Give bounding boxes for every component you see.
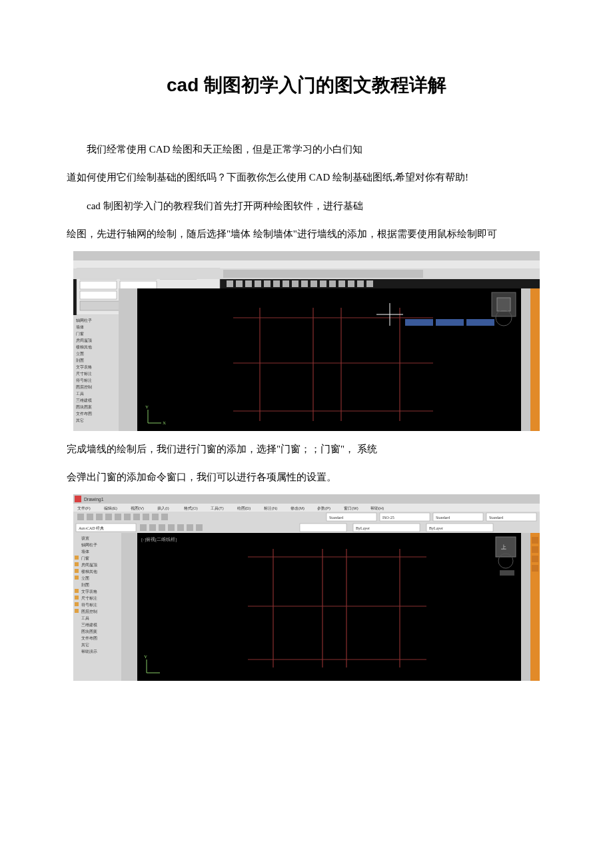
svg-text:符号标注: 符号标注 — [81, 602, 97, 607]
svg-rect-96 — [143, 514, 149, 520]
svg-rect-142 — [75, 562, 79, 566]
svg-text:房间屋顶: 房间屋顶 — [81, 562, 97, 567]
svg-text:X: X — [163, 420, 166, 426]
svg-text:立面: 立面 — [81, 576, 89, 580]
svg-text:工具(T): 工具(T) — [211, 506, 224, 510]
svg-rect-70 — [530, 288, 540, 431]
svg-rect-147 — [75, 602, 79, 606]
svg-text:格式(O): 格式(O) — [183, 506, 198, 510]
svg-rect-115 — [187, 524, 193, 531]
svg-text:尺寸标注: 尺寸标注 — [81, 596, 97, 600]
svg-rect-17 — [255, 280, 261, 287]
svg-text:文字表格: 文字表格 — [81, 589, 97, 594]
svg-rect-29 — [366, 280, 373, 287]
svg-rect-9 — [80, 291, 117, 299]
svg-rect-117 — [300, 524, 346, 532]
svg-text:工具: 工具 — [81, 616, 89, 620]
svg-rect-21 — [292, 280, 299, 287]
svg-text:墙体: 墙体 — [81, 550, 89, 554]
svg-text:墙体: 墙体 — [75, 325, 84, 329]
svg-text:ISO-25: ISO-25 — [382, 516, 394, 520]
paragraph-3: cad 制图初学入门的教程我们首先打开两种绘图软件，进行基础 — [67, 195, 546, 218]
svg-text:参数(P): 参数(P) — [317, 506, 330, 510]
paragraph-6: 会弹出门窗的添加命令窗口，我们可以进行各项属性的设置。 — [67, 466, 546, 489]
svg-rect-151 — [137, 533, 521, 681]
document-title: cad 制图初学入门的图文教程详解 — [67, 73, 546, 98]
svg-rect-98 — [161, 514, 168, 520]
svg-text:视图(V): 视图(V) — [131, 506, 144, 510]
svg-text:Y: Y — [144, 654, 147, 659]
svg-rect-144 — [75, 576, 79, 580]
svg-rect-27 — [348, 280, 354, 287]
svg-rect-1 — [73, 251, 540, 260]
svg-text:标注(N): 标注(N) — [263, 506, 277, 510]
svg-text:三维建模: 三维建模 — [76, 398, 92, 402]
svg-rect-26 — [338, 280, 345, 287]
svg-rect-146 — [75, 596, 79, 600]
svg-text:[-]俯视[二维线框]: [-]俯视[二维线框] — [141, 537, 177, 542]
svg-rect-20 — [283, 280, 289, 287]
svg-rect-145 — [75, 589, 79, 593]
svg-rect-28 — [357, 280, 364, 287]
svg-text:三维建模: 三维建模 — [81, 622, 97, 627]
svg-text:其它: 其它 — [76, 418, 84, 422]
svg-text:轴网柱子: 轴网柱子 — [81, 543, 97, 547]
svg-rect-72 — [73, 494, 540, 504]
svg-text:Standard: Standard — [436, 516, 450, 520]
svg-rect-97 — [152, 514, 159, 520]
svg-rect-90 — [87, 514, 93, 520]
svg-text:文件布图: 文件布图 — [76, 411, 92, 416]
svg-rect-148 — [75, 609, 79, 613]
svg-rect-169 — [532, 537, 538, 544]
svg-text:图块图案: 图块图案 — [76, 404, 92, 409]
svg-text:轴网柱子: 轴网柱子 — [76, 318, 92, 322]
svg-rect-18 — [264, 280, 271, 287]
svg-text:图层控制: 图层控制 — [76, 385, 92, 389]
svg-rect-13 — [223, 270, 423, 278]
svg-text:剖面: 剖面 — [76, 358, 84, 362]
paragraph-1: 我们经常使用 CAD 绘图和天正绘图，但是正常学习的小白们知 — [67, 138, 546, 161]
svg-rect-22 — [301, 280, 308, 287]
svg-text:文字表格: 文字表格 — [76, 364, 92, 369]
paragraph-4: 绘图，先进行轴网的绘制，随后选择"墙体 绘制墙体"进行墙线的添加，根据需要使用鼠… — [67, 222, 546, 246]
svg-rect-171 — [532, 556, 538, 562]
svg-text:ByLayer: ByLayer — [356, 526, 370, 530]
paragraph-5: 完成墙线的绘制后，我们进行门窗的添加，选择"门窗；；门窗"， 系统 — [67, 438, 546, 461]
svg-rect-91 — [96, 514, 103, 520]
svg-rect-60 — [436, 319, 464, 326]
svg-text:窗口(W): 窗口(W) — [344, 506, 358, 510]
svg-rect-149 — [121, 533, 129, 681]
svg-rect-69 — [521, 288, 530, 431]
svg-text:帮助(H): 帮助(H) — [370, 506, 384, 510]
svg-text:符号标注: 符号标注 — [76, 378, 92, 382]
svg-text:其它: 其它 — [81, 642, 89, 647]
svg-rect-47 — [119, 288, 128, 431]
svg-text:设置: 设置 — [81, 536, 89, 540]
svg-rect-150 — [129, 533, 137, 681]
svg-text:剖面: 剖面 — [81, 582, 89, 587]
svg-rect-172 — [532, 565, 538, 572]
svg-rect-24 — [320, 280, 326, 287]
svg-rect-10 — [80, 301, 120, 310]
svg-text:修改(M): 修改(M) — [291, 506, 305, 510]
svg-text:楼梯其他: 楼梯其他 — [76, 345, 92, 349]
svg-text:AutoCAD 经典: AutoCAD 经典 — [79, 526, 104, 530]
paragraph-2: 道如何使用它们绘制基础的图纸吗？下面教你怎么使用 CAD 绘制基础图纸,希望对你… — [67, 166, 546, 189]
svg-rect-2 — [73, 260, 540, 268]
svg-text:文件布图: 文件布图 — [81, 636, 97, 640]
cad-screenshot-1: 轴网柱子 墙体 门窗 房间屋顶 楼梯其他 立面 剖面 文字表格 尺寸标注 符号标… — [73, 251, 540, 431]
svg-text:图层控制: 图层控制 — [81, 610, 97, 614]
svg-rect-167 — [521, 533, 530, 681]
svg-rect-93 — [115, 514, 121, 520]
svg-rect-94 — [124, 514, 131, 520]
svg-rect-111 — [149, 524, 156, 531]
svg-text:Y: Y — [145, 404, 149, 410]
svg-text:绘图(D): 绘图(D) — [237, 506, 251, 510]
svg-rect-92 — [105, 514, 112, 520]
svg-rect-110 — [140, 524, 147, 531]
svg-rect-170 — [532, 546, 538, 553]
svg-rect-114 — [177, 524, 184, 531]
svg-rect-113 — [168, 524, 175, 531]
svg-text:楼梯其他: 楼梯其他 — [81, 570, 97, 574]
svg-text:帮助演示: 帮助演示 — [81, 649, 97, 653]
